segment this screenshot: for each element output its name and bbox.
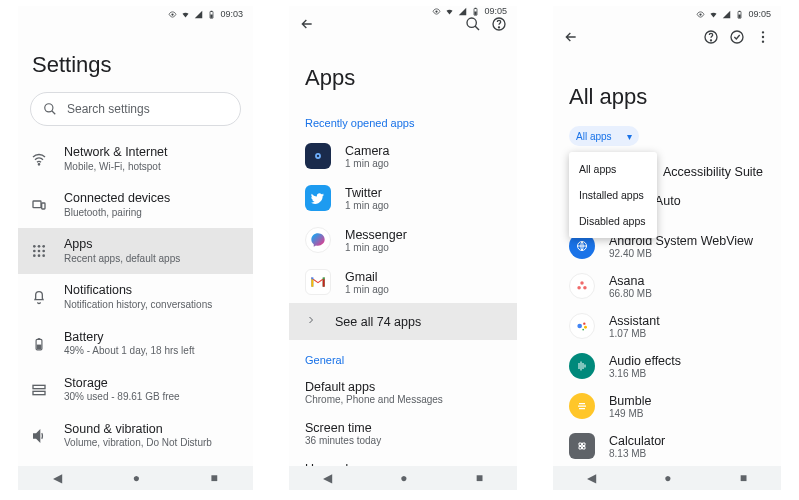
svg-point-46 <box>580 281 584 285</box>
row-connected-devices[interactable]: Connected devicesBluetooth, pairing <box>18 182 253 228</box>
battery-icon <box>735 10 744 19</box>
svg-point-10 <box>38 245 41 248</box>
svg-point-30 <box>467 18 476 27</box>
nav-back-icon[interactable]: ◀ <box>587 471 596 485</box>
dropdown-option-installed[interactable]: Installed apps <box>569 182 657 208</box>
svg-point-14 <box>42 250 45 253</box>
svg-point-17 <box>42 255 45 258</box>
app-row-twitter[interactable]: Twitter1 min ago <box>289 177 517 219</box>
eye-icon <box>696 10 705 19</box>
search-icon[interactable] <box>465 16 481 35</box>
app-row-calculator[interactable]: Calculator8.13 MB <box>553 426 781 466</box>
row-screen-time[interactable]: Screen time 36 minutes today <box>289 413 517 454</box>
svg-line-5 <box>52 111 56 115</box>
app-row-messenger[interactable]: Messenger1 min ago <box>289 219 517 261</box>
dropdown-option-disabled[interactable]: Disabled apps <box>569 208 657 234</box>
row-network[interactable]: Network & InternetMobile, Wi-Fi, hotspot <box>18 136 253 182</box>
search-icon <box>43 102 57 116</box>
svg-rect-38 <box>739 10 741 11</box>
app-row-audio-effects[interactable]: Audio effects3.16 MB <box>553 346 781 386</box>
dropdown-option-all[interactable]: All apps <box>569 156 657 182</box>
app-row-camera[interactable]: Camera1 min ago <box>289 135 517 177</box>
svg-point-6 <box>38 164 39 165</box>
page-title: Settings <box>18 22 253 92</box>
calculator-icon <box>569 433 595 459</box>
svg-point-48 <box>583 286 587 290</box>
back-icon[interactable] <box>563 29 579 48</box>
svg-rect-20 <box>37 344 42 349</box>
svg-point-26 <box>436 10 438 12</box>
more-icon[interactable] <box>755 29 771 48</box>
svg-point-43 <box>762 35 764 37</box>
help-icon[interactable] <box>703 29 719 48</box>
reset-icon[interactable] <box>729 29 745 48</box>
app-row-assistant[interactable]: Assistant1.07 MB <box>553 306 781 346</box>
svg-point-4 <box>45 104 53 112</box>
app-row-bumble[interactable]: Bumble149 MB <box>553 386 781 426</box>
battery-icon <box>28 336 50 352</box>
nav-bar: ◀ ● ■ <box>18 466 253 490</box>
wifi-icon <box>445 7 454 16</box>
nav-home-icon[interactable]: ● <box>133 471 140 485</box>
chevron-down-icon: ▾ <box>627 131 632 142</box>
back-icon[interactable] <box>299 16 315 35</box>
nav-home-icon[interactable]: ● <box>400 471 407 485</box>
svg-rect-8 <box>42 203 45 209</box>
battery-icon <box>207 10 216 19</box>
phone-apps: 09:05 Apps Recently opened apps Camera1 … <box>289 6 517 490</box>
eye-icon <box>432 7 441 16</box>
svg-rect-7 <box>33 201 41 208</box>
row-default-apps[interactable]: Default apps Chrome, Phone and Messages <box>289 372 517 413</box>
svg-point-36 <box>700 13 702 15</box>
devices-icon <box>28 197 50 213</box>
volume-icon <box>28 428 50 444</box>
apps-grid-icon <box>28 243 50 259</box>
see-all-apps[interactable]: See all 74 apps <box>289 303 517 340</box>
nav-recent-icon[interactable]: ■ <box>211 471 218 485</box>
nav-recent-icon[interactable]: ■ <box>476 471 483 485</box>
nav-back-icon[interactable]: ◀ <box>53 471 62 485</box>
svg-rect-39 <box>739 14 741 17</box>
row-sound[interactable]: Sound & vibrationVolume, vibration, Do N… <box>18 413 253 459</box>
svg-point-11 <box>42 245 45 248</box>
svg-rect-28 <box>475 7 477 8</box>
top-bar <box>289 16 517 35</box>
signal-icon <box>458 7 467 16</box>
nav-back-icon[interactable]: ◀ <box>323 471 332 485</box>
search-placeholder: Search settings <box>67 102 150 116</box>
svg-point-9 <box>33 245 36 248</box>
nav-home-icon[interactable]: ● <box>664 471 671 485</box>
svg-rect-29 <box>475 11 477 14</box>
bumble-icon <box>569 393 595 419</box>
asana-icon <box>569 273 595 299</box>
svg-line-31 <box>475 26 479 30</box>
search-settings[interactable]: Search settings <box>30 92 241 126</box>
status-bar: 09:05 <box>289 6 517 16</box>
row-storage[interactable]: Storage30% used - 89.61 GB free <box>18 367 253 413</box>
row-battery[interactable]: Battery49% - About 1 day, 18 hrs left <box>18 321 253 367</box>
signal-icon <box>722 10 731 19</box>
filter-chip[interactable]: All apps ▾ <box>569 126 639 146</box>
svg-point-42 <box>762 31 764 33</box>
app-row-asana[interactable]: Asana66.80 MB <box>553 266 781 306</box>
nav-recent-icon[interactable]: ■ <box>740 471 747 485</box>
row-notifications[interactable]: NotificationsNotification history, conve… <box>18 274 253 320</box>
wifi-icon <box>709 10 718 19</box>
gmail-app-icon <box>305 269 331 295</box>
app-row-gmail[interactable]: Gmail1 min ago <box>289 261 517 303</box>
svg-point-35 <box>317 155 319 157</box>
row-apps[interactable]: AppsRecent apps, default apps <box>18 228 253 274</box>
battery-icon <box>471 7 480 16</box>
status-time: 09:05 <box>748 9 771 19</box>
help-icon[interactable] <box>491 16 507 35</box>
twitter-app-icon <box>305 185 331 211</box>
svg-point-16 <box>38 255 41 258</box>
signal-icon <box>194 10 203 19</box>
nav-bar: ◀ ● ■ <box>289 466 517 490</box>
nav-bar: ◀ ● ■ <box>553 466 781 490</box>
svg-point-50 <box>583 323 585 325</box>
svg-point-13 <box>38 250 41 253</box>
eye-icon <box>168 10 177 19</box>
section-recently-opened: Recently opened apps <box>289 111 517 135</box>
phone-all-apps: 09:05 All apps All apps ▾ All apps Insta… <box>553 6 781 490</box>
